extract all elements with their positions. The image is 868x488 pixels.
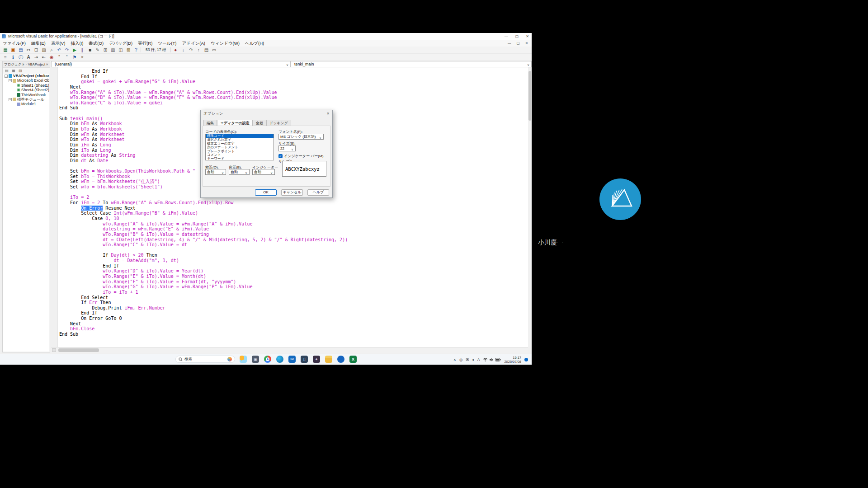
view-code-icon[interactable]: ▤ [5, 68, 9, 74]
tree-item[interactable]: −Microsoft Excel Objec [3, 78, 49, 83]
list-properties-icon[interactable]: ≡ [2, 54, 9, 60]
teams-icon[interactable]: ◎ [459, 357, 462, 362]
display-color-item[interactable]: キーワード [206, 157, 274, 160]
excel-icon[interactable]: X [349, 356, 357, 363]
collapse-icon[interactable]: − [5, 75, 8, 78]
menu-item[interactable]: 編集(E) [28, 40, 48, 47]
code-editor[interactable]: End If End If gokei = gokei + wFm.Range(… [51, 67, 528, 347]
menu-item[interactable]: デバッグ(D) [106, 40, 135, 47]
indent-icon[interactable]: ⇥ [33, 54, 39, 60]
dialog-tab[interactable]: 全般 [253, 120, 266, 126]
toggle-folders-icon[interactable]: ▧ [18, 68, 23, 74]
bookmark-icon[interactable]: ⚑ [71, 54, 78, 60]
help-icon[interactable]: ? [133, 47, 139, 53]
procedure-dropdown[interactable]: tenki_main ∨ [291, 61, 532, 67]
help-button[interactable]: ヘルプ [307, 189, 329, 196]
menu-item[interactable]: 挿入(I) [68, 40, 86, 47]
menu-item[interactable]: 書式(O) [86, 40, 106, 47]
collapse-icon[interactable]: − [9, 98, 12, 101]
font-dropdown[interactable]: MS ゴシック (日本語) ∨ [278, 134, 324, 140]
mail-tray-icon[interactable]: ✉ [466, 357, 469, 362]
size-dropdown[interactable]: 22 ∨ [278, 145, 296, 151]
dialog-tab[interactable]: エディターの設定 [217, 120, 253, 126]
cut-icon[interactable]: ✂ [25, 47, 32, 53]
ok-button[interactable]: OK [255, 189, 277, 196]
uncomment-block-icon[interactable]: “ [64, 54, 70, 60]
step-out-icon[interactable]: ↑ [195, 47, 202, 53]
parameter-info-icon[interactable]: ⓘ [18, 54, 24, 60]
insert-userform-icon[interactable]: ▣ [10, 47, 16, 53]
mdi-minimize-button[interactable]: — [508, 41, 511, 45]
save-icon[interactable]: ▤ [18, 47, 24, 53]
design-mode-icon[interactable]: ✎ [94, 47, 101, 53]
step-into-icon[interactable]: ↓ [180, 47, 186, 53]
copy-icon[interactable]: ⊡ [33, 47, 39, 53]
mdi-restore-button[interactable]: ▢ [517, 41, 520, 45]
foreground-dropdown[interactable]: 自動 ∨ [205, 169, 226, 175]
tree-item[interactable]: Sheet4 (Sheet2) [3, 88, 49, 92]
collapse-icon[interactable]: − [9, 79, 12, 82]
minimize-button[interactable]: — [505, 34, 508, 38]
break-icon[interactable]: ∥ [79, 47, 85, 53]
view-object-icon[interactable]: ▦ [11, 68, 16, 74]
status-cluster[interactable] [483, 357, 501, 362]
object-browser-icon[interactable]: ◫ [118, 47, 124, 53]
breakpoint-icon[interactable]: ● [172, 47, 179, 53]
hidden-icons-chevron[interactable]: ∧ [453, 357, 456, 362]
taskbar-clock[interactable]: 15:17 2025/07/08 [504, 356, 521, 364]
outdent-icon[interactable]: ⇤ [41, 54, 47, 60]
task-view-icon[interactable]: ▣ [252, 356, 259, 363]
ime-indicator[interactable]: A [477, 357, 480, 362]
tree-item[interactable]: ThisWorkbook [3, 93, 49, 97]
maximize-button[interactable]: ▢ [515, 34, 519, 38]
edge-profile-icon[interactable] [337, 356, 344, 363]
redo-icon[interactable]: ↷ [64, 47, 70, 53]
reset-icon[interactable]: ■ [87, 47, 93, 53]
splitter-box[interactable] [52, 348, 56, 352]
hscroll-thumb[interactable] [58, 348, 99, 352]
menu-item[interactable]: ツール(T) [155, 40, 179, 47]
background-dropdown[interactable]: 自動 ∨ [229, 169, 250, 175]
outlook-icon[interactable]: ✉ [288, 356, 296, 363]
view-excel-icon[interactable]: ▦ [2, 47, 9, 53]
menu-item[interactable]: ヘルプ(H) [242, 40, 267, 47]
immediate-window-icon[interactable]: ▭ [211, 47, 217, 53]
code-colors-listbox[interactable]: 標準コード選択された文字構文エラーの文字次のステートメントブレークポイントコメン… [205, 134, 274, 160]
clear-bookmarks-icon[interactable]: × [79, 54, 85, 60]
security-tray-icon[interactable]: ♦ [472, 357, 474, 362]
toolbox-icon[interactable]: ⊠ [125, 47, 132, 53]
tree-item[interactable]: Module1 [3, 102, 49, 106]
taskbar-search[interactable]: 検索 [175, 356, 235, 363]
quick-info-icon[interactable]: ℹ [10, 54, 16, 60]
dialog-close-icon[interactable]: ✕ [326, 112, 330, 116]
menu-item[interactable]: 実行(R) [135, 40, 155, 47]
comment-block-icon[interactable]: ” [56, 54, 62, 60]
chrome-icon[interactable] [264, 356, 271, 363]
menu-item[interactable]: アドイン(A) [179, 40, 208, 47]
dialog-tab[interactable]: ドッキング [266, 120, 291, 126]
step-over-icon[interactable]: ↷ [188, 47, 194, 53]
undo-icon[interactable]: ↶ [56, 47, 62, 53]
close-button[interactable]: ✕ [526, 34, 529, 38]
cancel-button[interactable]: キャンセル [281, 189, 303, 196]
complete-word-icon[interactable]: A [25, 54, 32, 60]
properties-window-icon[interactable]: ▥ [110, 47, 116, 53]
paste-icon[interactable]: ▨ [41, 47, 47, 53]
widgets-icon[interactable] [240, 356, 247, 363]
github-desktop-icon[interactable]: ● [313, 356, 320, 363]
project-explorer-icon[interactable]: ⊞ [102, 47, 108, 53]
run-icon[interactable]: ▶ [71, 47, 78, 53]
menu-item[interactable]: ウィンドウ(W) [208, 40, 242, 47]
notification-badge[interactable] [524, 358, 528, 361]
tree-item[interactable]: Sheet1 (Sheet1) [3, 83, 49, 88]
menu-item[interactable]: ファイル(F) [0, 40, 28, 47]
project-explorer-close-icon[interactable]: ✕ [46, 63, 48, 66]
menu-item[interactable]: 表示(V) [48, 40, 68, 47]
locals-window-icon[interactable]: ▤ [203, 47, 209, 53]
tree-item[interactable]: −標準モジュール [3, 97, 49, 102]
indicator-bar-checkbox[interactable]: ✓ インジケーター バー(M) [278, 154, 323, 159]
vertical-scrollbar[interactable] [528, 67, 532, 347]
file-explorer-icon[interactable] [325, 356, 332, 363]
edge-icon[interactable] [276, 356, 283, 363]
mdi-close-button[interactable]: ✕ [525, 41, 528, 45]
